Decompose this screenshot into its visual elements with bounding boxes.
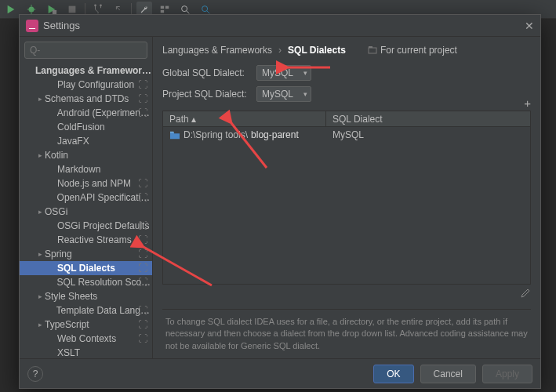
svg-point-4 [100,4,102,6]
add-row-icon[interactable]: + [524,96,531,110]
global-dialect-label: Global SQL Dialect: [162,67,249,78]
tree-label: XSLT [57,347,80,358]
svg-rect-6 [165,5,169,9]
tree-node-sql-resolution-scopes[interactable]: SQL Resolution Scopes⛶ [20,275,152,289]
tree-node-languages-frameworks[interactable]: Languages & Frameworks [20,64,152,78]
tree-node-xslt[interactable]: XSLT [20,346,152,358]
project-badge-icon: ⛶ [138,319,147,330]
svg-rect-2 [69,5,76,13]
svg-point-8 [182,5,187,11]
search-input-wrap[interactable] [24,42,147,59]
tree-node-coldfusion[interactable]: ColdFusion [20,120,152,134]
svg-point-3 [94,4,96,6]
tree-node-style-sheets[interactable]: ▸Style Sheets [20,289,152,303]
project-badge-icon: ⛶ [138,79,147,90]
project-badge-icon: ⛶ [138,263,147,274]
ok-button[interactable]: OK [373,365,413,383]
project-badge-icon: ⛶ [138,93,147,104]
folder-icon [169,130,180,140]
col-path[interactable]: Path▴ [163,111,326,126]
settings-dialog: Settings ✕ Languages & FrameworksPlay Co… [19,14,541,389]
chevron-right-icon: › [278,45,282,56]
settings-tree[interactable]: Languages & FrameworksPlay Configuration… [20,64,152,358]
close-icon[interactable]: ✕ [525,20,534,32]
tree-node-template-data-languages[interactable]: Template Data Languages⛶ [20,303,152,318]
tree-label: OSGi [45,206,67,217]
cell-dialect: MySQL [326,128,370,142]
tree-label: Kotlin [45,150,68,161]
project-badge-icon: ⛶ [138,234,147,245]
titlebar: Settings ✕ [20,15,540,37]
tree-node-reactive-streams[interactable]: Reactive Streams⛶ [20,233,152,247]
tree-label: Play Configuration [57,79,134,90]
tree-node-osgi-project-defaults[interactable]: OSGi Project Defaults⛶ [20,219,152,233]
svg-rect-1 [53,9,56,13]
tree-label: Node.js and NPM [57,178,131,189]
tree-label: ColdFusion [57,122,105,132]
tree-node-javafx[interactable]: JavaFX [20,134,152,148]
dialog-footer: ? OK Cancel Apply [20,358,540,388]
tree-label: Reactive Streams [57,234,132,245]
project-scope-icon [368,45,377,55]
cancel-button[interactable]: Cancel [420,365,476,383]
tree-label: Web Contexts [57,333,116,344]
tree-label: Markdown [57,164,100,175]
svg-rect-7 [161,9,164,13]
tree-node-schemas-and-dtds[interactable]: ▸Schemas and DTDs⛶ [20,92,152,106]
svg-rect-12 [369,46,372,48]
run-icon[interactable] [3,2,19,17]
project-badge-icon: ⛶ [138,107,147,118]
project-badge-icon: ⛶ [138,277,147,288]
svg-rect-10 [26,20,38,32]
tree-label: JavaFX [57,136,89,147]
settings-sidebar: Languages & FrameworksPlay Configuration… [20,37,153,358]
expand-icon: ▸ [35,208,45,216]
breadcrumb: Languages & Frameworks › SQL Dialects Fo… [162,45,531,56]
global-dialect-combo[interactable]: MySQL [256,65,311,81]
table-row[interactable]: D:\Spring tools\blog-parent MySQL [163,127,530,143]
app-icon [26,20,38,32]
tree-node-sql-dialects[interactable]: SQL Dialects⛶ [20,261,152,275]
tree-label: Schemas and DTDs [45,93,129,104]
tree-node-web-contexts[interactable]: Web Contexts⛶ [20,332,152,346]
tree-label: Style Sheets [45,291,97,302]
project-badge-icon: ⛶ [138,192,147,203]
project-dialect-label: Project SQL Dialect: [162,89,249,100]
hint-text: To change SQL dialect IDEA uses for a fi… [162,309,531,358]
search-input[interactable] [30,45,142,56]
tree-node-android-experimental-[interactable]: Android (Experimental)⛶ [20,106,152,120]
tree-label: SQL Dialects [57,263,115,274]
project-badge-icon: ⛶ [138,178,147,189]
project-dialect-combo[interactable]: MySQL [256,86,311,102]
col-dialect[interactable]: SQL Dialect [326,111,530,126]
tree-label: OSGi Project Defaults [57,220,149,231]
tree-node-osgi[interactable]: ▸OSGi [20,205,152,219]
edit-icon[interactable] [520,288,531,299]
project-badge-icon: ⛶ [138,333,147,344]
tree-node-spring[interactable]: ▸Spring⛶ [20,247,152,261]
tree-node-openapi-specifications[interactable]: OpenAPI Specifications⛶ [20,191,152,205]
svg-point-9 [202,5,208,11]
help-button[interactable]: ? [27,366,43,382]
breadcrumb-parent[interactable]: Languages & Frameworks [162,45,272,56]
sort-asc-icon: ▴ [191,114,196,125]
scope-label: For current project [368,45,457,56]
svg-point-0 [29,6,35,12]
tree-label: TypeScript [45,319,89,330]
apply-button[interactable]: Apply [482,365,532,383]
tree-label: Languages & Frameworks [35,65,152,76]
tree-node-node-js-and-npm[interactable]: Node.js and NPM⛶ [20,176,152,191]
project-badge-icon: ⛶ [138,305,147,316]
expand-icon: ▸ [35,151,45,159]
tree-node-markdown[interactable]: Markdown [20,162,152,176]
tree-label: Spring [45,249,72,260]
expand-icon: ▸ [35,250,45,258]
tree-node-typescript[interactable]: ▸TypeScript⛶ [20,318,152,332]
project-badge-icon: ⛶ [138,249,147,260]
tree-node-play-configuration[interactable]: Play Configuration⛶ [20,78,152,92]
dialect-table: Path▴ SQL Dialect D:\Spring tools\blog-p… [162,111,531,285]
expand-icon: ▸ [35,292,45,300]
tree-node-kotlin[interactable]: ▸Kotlin [20,148,152,162]
project-badge-icon: ⛶ [138,220,147,231]
breadcrumb-current: SQL Dialects [288,45,346,56]
